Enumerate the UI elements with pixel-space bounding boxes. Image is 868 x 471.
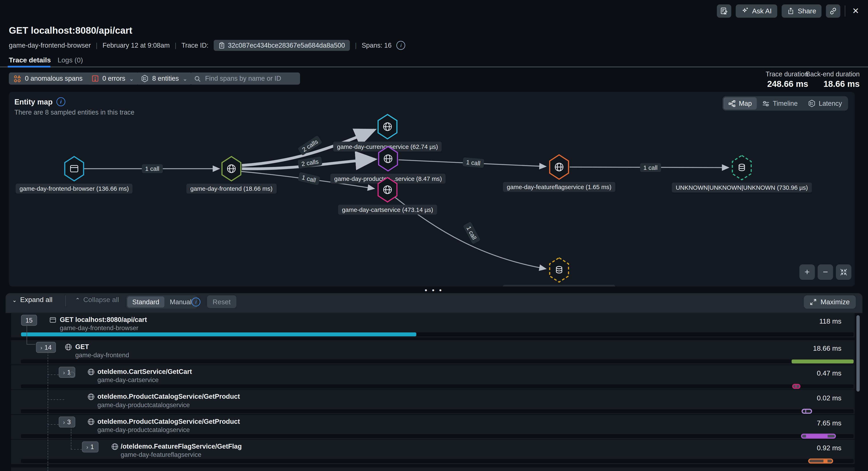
span-row[interactable]: 15GET localhost:8080/api/cartgame-day-fr… xyxy=(11,313,855,338)
anomalous-icon xyxy=(14,75,21,82)
edge-label: 1 call xyxy=(142,164,163,173)
search-input[interactable] xyxy=(204,74,296,83)
maximize-button[interactable]: Maximize xyxy=(804,296,856,309)
span-count-badge[interactable]: ›1 xyxy=(82,441,98,452)
trace-id-value: 32c087ec434bce28367e5a684da8a500 xyxy=(228,41,345,49)
map-node-currency[interactable] xyxy=(376,113,399,141)
map-node-label: game-day-frontend (18.66 ms) xyxy=(186,183,276,193)
errors-filter[interactable]: 0 errors ⌄ xyxy=(87,72,139,85)
waterfall-toolbar: ⌄ Expand all ⌃ Collapse all Standard Man… xyxy=(5,293,863,311)
span-row[interactable]: oteldemo.ProductCatalogService/GetProduc… xyxy=(11,390,855,414)
map-node-product[interactable] xyxy=(377,145,399,173)
panel-resize-handle[interactable]: ● ● ● xyxy=(0,287,868,294)
span-bar[interactable] xyxy=(792,360,854,363)
chevron-right-icon: › xyxy=(86,444,88,450)
chevron-right-icon: › xyxy=(40,344,42,350)
tab-logs[interactable]: Logs (0) xyxy=(58,57,83,64)
fit-view-icon xyxy=(840,268,848,276)
window-actions: Ask AI Share ✕ xyxy=(717,4,861,18)
expand-all-button[interactable]: ⌄ Expand all xyxy=(12,296,53,304)
notes-button[interactable] xyxy=(717,4,731,18)
span-service: game-day-frontend xyxy=(75,352,129,358)
chevron-right-icon: › xyxy=(63,369,65,375)
spans-info-icon[interactable]: i xyxy=(397,41,405,50)
reset-button[interactable]: Reset xyxy=(207,296,236,308)
span-row[interactable]: ›1oteldemo.CartService/GetCartgame-day-c… xyxy=(11,365,855,390)
mode-switcher: Standard Manual xyxy=(126,296,198,309)
share-label: Share xyxy=(798,7,816,15)
notes-icon xyxy=(720,7,728,15)
collapse-all-button[interactable]: ⌃ Collapse all xyxy=(75,296,119,304)
entities-label: 8 entities xyxy=(152,75,179,82)
globe-icon xyxy=(87,393,95,401)
zoom-out-button[interactable]: − xyxy=(818,264,833,280)
span-row[interactable]: ›1/oteldemo.FeatureFlagService/GetFlagga… xyxy=(11,440,855,464)
span-name: oteldemo.ProductCatalogService/GetProduc… xyxy=(97,393,240,401)
map-node-cart[interactable] xyxy=(376,176,399,204)
span-service: game-day-productcatalogservice xyxy=(97,402,190,408)
trace-id-chip[interactable]: 32c087ec434bce28367e5a684da8a500 xyxy=(214,40,350,51)
map-node-redis[interactable] xyxy=(548,256,570,284)
share-button[interactable]: Share xyxy=(782,4,822,18)
trace-duration: Trace duration 248.66 ms xyxy=(766,70,808,89)
edge-label: 1 call xyxy=(640,163,661,172)
span-duration: 0.02 ms xyxy=(817,395,841,402)
entities-icon xyxy=(141,75,148,82)
span-count-badge[interactable]: 15 xyxy=(21,315,37,326)
mode-standard-button[interactable]: Standard xyxy=(127,297,164,308)
ask-ai-button[interactable]: Ask AI xyxy=(736,4,777,18)
chevron-down-icon: ⌄ xyxy=(183,75,187,82)
zoom-in-button[interactable]: + xyxy=(799,264,815,280)
map-node-unknown[interactable] xyxy=(731,154,753,181)
tree-connector xyxy=(71,427,71,449)
tree-connector xyxy=(27,325,27,344)
entities-filter[interactable]: 8 entities ⌄ xyxy=(136,72,192,85)
trace-meta: game-day-frontend-browser | February 12 … xyxy=(9,40,405,51)
span-list: 15GET localhost:8080/api/cartgame-day-fr… xyxy=(5,313,863,471)
entity-map-panel: Entity map i There are 8 sampled entitie… xyxy=(9,92,855,287)
span-bar[interactable] xyxy=(792,384,800,389)
close-icon[interactable]: ✕ xyxy=(850,6,861,16)
mode-info-icon[interactable]: i xyxy=(191,298,200,306)
map-node-label: UNKNOWN|UNKNOWN|UNKNOWN (730.96 µs) xyxy=(672,182,812,192)
span-service: game-day-frontend-browser xyxy=(60,325,138,331)
span-bar[interactable] xyxy=(801,434,836,439)
map-node-frontend-browser[interactable] xyxy=(63,155,85,182)
share-icon xyxy=(787,7,795,15)
map-node-label: game-day-featureflagservice (1.65 ms) xyxy=(503,182,615,192)
span-name: oteldemo.ProductCatalogService/GetProduc… xyxy=(97,417,240,426)
error-icon xyxy=(92,75,98,82)
span-count-badge[interactable]: ›14 xyxy=(36,342,56,353)
meta-service: game-day-frontend-browser xyxy=(9,41,91,49)
map-node-frontend[interactable] xyxy=(220,155,243,182)
span-service: game-day-productcatalogservice xyxy=(97,427,190,433)
span-row[interactable]: ›14GETgame-day-frontend18.66 ms xyxy=(11,340,855,365)
active-tab-indicator xyxy=(8,66,50,67)
trace-duration-value: 248.66 ms xyxy=(766,79,808,89)
spans-count: Spans: 16 xyxy=(362,41,392,49)
span-row[interactable]: ›3oteldemo.ProductCatalogService/GetProd… xyxy=(11,415,855,439)
anomalous-spans-filter[interactable]: 0 anomalous spans ⌄ xyxy=(9,72,96,85)
tree-connector xyxy=(71,449,82,450)
scrollbar-thumb[interactable] xyxy=(856,315,860,392)
span-service: game-day-featureflagservice xyxy=(121,451,202,458)
span-bar[interactable] xyxy=(21,332,416,336)
span-track xyxy=(21,459,854,463)
copy-link-button[interactable] xyxy=(826,4,840,18)
span-duration: 18.66 ms xyxy=(813,344,841,352)
span-track xyxy=(21,332,854,336)
map-node-featureflag[interactable] xyxy=(548,153,570,181)
map-zoom-controls: + − xyxy=(799,264,851,280)
span-count-badge[interactable]: ›3 xyxy=(59,416,75,428)
span-bar[interactable] xyxy=(808,459,833,463)
fit-view-button[interactable] xyxy=(836,264,851,280)
tab-trace-details[interactable]: Trace details xyxy=(9,57,51,64)
entity-map-graph: 1 call2 calls2 calls1 call1 call1 call1 … xyxy=(9,92,855,287)
map-node-label: game-day-frontend-browser (136.66 ms) xyxy=(16,183,133,193)
span-bar[interactable] xyxy=(802,409,812,414)
span-search[interactable] xyxy=(190,72,300,85)
span-row[interactable] xyxy=(11,467,855,471)
tree-connector xyxy=(48,374,59,375)
chevron-down-icon: ⌄ xyxy=(12,297,17,303)
globe-icon xyxy=(87,470,95,471)
